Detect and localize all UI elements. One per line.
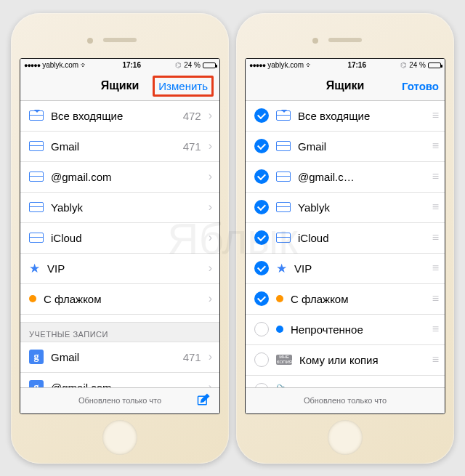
- drag-handle-icon[interactable]: ≡: [432, 292, 437, 305]
- mailbox-label: Кому или копия: [299, 354, 425, 366]
- drag-handle-icon[interactable]: ≡: [432, 353, 437, 366]
- mailbox-label: Yablyk: [51, 201, 201, 214]
- account-label: @gmail.com: [51, 382, 201, 387]
- mailbox-row[interactable]: Yablyk›: [20, 193, 219, 223]
- mailbox-edit-row[interactable]: @gmail.c…≡: [246, 162, 445, 193]
- mailbox-edit-row[interactable]: Yablyk≡: [246, 193, 445, 223]
- mailbox-edit-row[interactable]: Все входящие≡: [246, 101, 445, 132]
- mailbox-count: 472: [183, 110, 201, 122]
- chevron-right-icon: ›: [209, 109, 212, 122]
- mailbox-list[interactable]: Все входящие472›Gmail471›@gmail.com›Yabl…: [20, 101, 219, 387]
- home-button[interactable]: [102, 420, 137, 455]
- flag-dot-icon: [29, 295, 36, 302]
- mailbox-edit-row[interactable]: ★VIP≡: [246, 254, 445, 284]
- edit-button[interactable]: Изменить: [153, 76, 214, 97]
- mailbox-edit-row[interactable]: МНЕКОПИЯКому или копия≡: [246, 345, 445, 376]
- inbox-icon: [276, 172, 291, 182]
- inbox-icon: [276, 202, 291, 212]
- mailbox-edit-row[interactable]: 📎Вложения≡: [246, 376, 445, 387]
- chevron-right-icon: ›: [209, 292, 212, 305]
- toolbar: Обновлено только что: [246, 387, 445, 414]
- mailbox-row[interactable]: ★VIP›: [20, 254, 219, 284]
- checkbox[interactable]: [254, 230, 269, 245]
- signal-dots-icon: ●●●●●: [24, 62, 40, 69]
- checkbox[interactable]: [254, 108, 269, 123]
- mailbox-label: Все входящие: [51, 110, 176, 122]
- drag-handle-icon[interactable]: ≡: [432, 109, 437, 122]
- phone-right: ●●●●● yablyk.com ᯤ 17:16 ⌬ 24 % Ящики Го…: [236, 13, 454, 464]
- mailbox-row[interactable]: @gmail.com›: [20, 162, 219, 193]
- mailbox-label: iCloud: [298, 232, 425, 244]
- compose-button[interactable]: [196, 393, 211, 408]
- checkbox[interactable]: [254, 200, 269, 214]
- clock-label: 17:16: [313, 61, 400, 69]
- mailbox-label: VIP: [47, 262, 201, 275]
- flag-dot-icon: [276, 295, 283, 302]
- carrier-label: yablyk.com: [267, 61, 304, 69]
- chevron-right-icon: ›: [209, 140, 212, 153]
- mailbox-label: С флажком: [291, 293, 425, 305]
- star-icon: ★: [276, 262, 287, 275]
- battery-icon: [428, 62, 441, 68]
- account-row[interactable]: gGmail471›: [20, 342, 219, 373]
- checkbox[interactable]: [254, 169, 269, 184]
- mailbox-edit-row[interactable]: iCloud≡: [246, 223, 445, 254]
- mailbox-row[interactable]: С флажком›: [20, 284, 219, 315]
- toolbar: Обновлено только что: [20, 387, 219, 414]
- mailbox-edit-row[interactable]: Непрочтенное≡: [246, 315, 445, 345]
- mailbox-row[interactable]: iCloud›: [20, 223, 219, 254]
- page-title: Ящики: [101, 79, 140, 92]
- mailbox-label: @gmail.c…: [298, 171, 425, 183]
- checkbox[interactable]: [254, 352, 269, 367]
- accounts-section-header: УЧЕТНЫЕ ЗАПИСИ: [20, 322, 219, 342]
- nav-bar: Ящики Готово: [246, 72, 445, 101]
- drag-handle-icon[interactable]: ≡: [432, 323, 437, 336]
- bluetooth-icon: ⌬: [400, 61, 407, 69]
- chevron-right-icon: ›: [209, 201, 212, 214]
- account-row[interactable]: g@gmail.com›: [20, 373, 219, 387]
- drag-handle-icon[interactable]: ≡: [432, 140, 437, 153]
- star-icon: ★: [29, 262, 40, 275]
- mailbox-label: Yablyk: [298, 201, 425, 214]
- status-text: Обновлено только что: [304, 396, 387, 405]
- done-button[interactable]: Готово: [402, 80, 439, 92]
- wifi-icon: ᯤ: [81, 61, 88, 69]
- battery-pct-label: 24 %: [409, 61, 426, 69]
- checkbox[interactable]: [254, 322, 269, 336]
- inbox-all-icon: [276, 110, 291, 121]
- nav-bar: Ящики Изменить: [20, 72, 219, 101]
- drag-handle-icon[interactable]: ≡: [432, 170, 437, 183]
- account-count: 471: [183, 351, 201, 363]
- bluetooth-icon: ⌬: [175, 61, 182, 69]
- drag-handle-icon[interactable]: ≡: [432, 201, 437, 214]
- inbox-icon: [29, 233, 44, 243]
- mailbox-label: Gmail: [51, 140, 176, 153]
- mailbox-edit-row[interactable]: Gmail≡: [246, 132, 445, 162]
- google-icon: g: [29, 350, 44, 364]
- inbox-icon: [29, 172, 44, 182]
- chevron-right-icon: ›: [209, 350, 212, 363]
- mailbox-row[interactable]: Gmail471›: [20, 132, 219, 162]
- home-button[interactable]: [328, 420, 363, 455]
- battery-pct-label: 24 %: [184, 61, 201, 69]
- tocc-badge-icon: МНЕКОПИЯ: [276, 355, 292, 365]
- checkbox[interactable]: [254, 291, 269, 306]
- chevron-right-icon: ›: [209, 170, 212, 183]
- chevron-right-icon: ›: [209, 262, 212, 275]
- mailbox-label: iCloud: [51, 232, 201, 244]
- checkbox[interactable]: [254, 261, 269, 275]
- drag-handle-icon[interactable]: ≡: [432, 262, 437, 275]
- mailbox-row[interactable]: Все входящие472›: [20, 101, 219, 132]
- inbox-icon: [29, 141, 44, 151]
- checkbox[interactable]: [254, 139, 269, 153]
- drag-handle-icon[interactable]: ≡: [432, 231, 437, 244]
- phone-left: ●●●●● yablyk.com ᯤ 17:16 ⌬ 24 % Ящики Из…: [11, 13, 229, 464]
- mailbox-edit-row[interactable]: С флажком≡: [246, 284, 445, 315]
- inbox-all-icon: [29, 110, 44, 121]
- battery-icon: [203, 62, 216, 68]
- mailbox-edit-list[interactable]: Все входящие≡Gmail≡@gmail.c…≡Yablyk≡iClo…: [246, 101, 445, 387]
- clock-label: 17:16: [88, 61, 175, 69]
- mailbox-label: @gmail.com: [51, 171, 201, 183]
- google-icon: g: [29, 380, 44, 387]
- wifi-icon: ᯤ: [306, 61, 313, 69]
